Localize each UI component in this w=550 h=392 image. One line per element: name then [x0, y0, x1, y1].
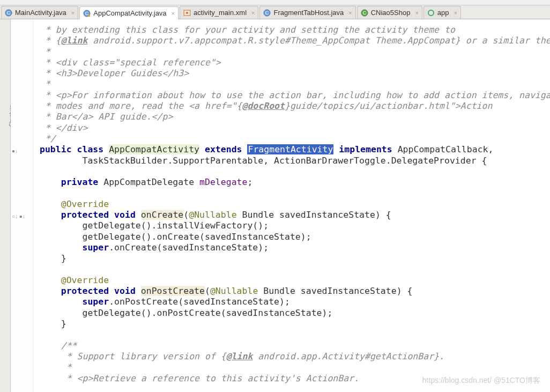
kw-void: void: [114, 210, 136, 220]
method-name: onCreate: [141, 210, 183, 220]
editor-tabs: C MainActivity.java × C AppCompatActivit…: [0, 5, 550, 19]
breadcrumb: [0, 0, 550, 5]
annotation: @Override: [61, 199, 109, 209]
tab-app[interactable]: app ×: [423, 6, 461, 19]
kw-public: public: [40, 144, 72, 154]
comment-line: * <h3>Developer Guides</h3>: [40, 68, 189, 78]
tab-label: FragmentTabHost.java: [273, 9, 344, 17]
field-type: AppCompatDelegate: [103, 177, 194, 187]
java-class-icon: C: [263, 9, 271, 17]
comment-line: * Support library version of {: [40, 351, 226, 361]
tab-label: app: [437, 9, 449, 17]
svg-rect-4: [88, 14, 90, 17]
comment-line: * {: [40, 35, 61, 46]
tab-appcompatactivity[interactable]: C AppCompatActivity.java ×: [79, 6, 179, 19]
kw-class: class: [77, 144, 104, 154]
code-editor[interactable]: ●↓ ○↓ ●↓ * by extending this class for y…: [11, 19, 550, 392]
code-line: [40, 297, 82, 307]
annotation: @Nullable: [210, 286, 258, 296]
param-name: savedInstanceState: [301, 286, 397, 296]
java-class-lock-icon: C: [83, 10, 91, 17]
gutter[interactable]: ●↓ ○↓ ●↓: [11, 19, 33, 392]
annotation: @Override: [61, 275, 109, 285]
tab-activity-main-xml[interactable]: activity_main.xml ×: [180, 6, 258, 19]
impl-list2: TaskStackBuilder.SupportParentable, Acti…: [40, 156, 487, 166]
comment-line: *: [40, 79, 50, 89]
close-icon[interactable]: ×: [415, 10, 418, 16]
param-type: Bundle: [242, 210, 274, 220]
brace-close: }: [40, 319, 66, 329]
left-tool-window[interactable]: Structure: [0, 19, 11, 392]
tab-label: MainActivity.java: [15, 9, 66, 17]
comment-line: * <p>For information about how to use th…: [40, 90, 550, 100]
tab-fragmenttabhost[interactable]: C FragmentTabHost.java ×: [259, 6, 355, 19]
tab-label: CNiao5Shop: [371, 9, 411, 17]
comment-line: * by extending this class for your activ…: [40, 25, 455, 35]
svg-text:C: C: [265, 10, 269, 16]
kw-private: private: [61, 177, 99, 187]
override-marker-icon[interactable]: ○↓ ●↓: [12, 213, 25, 219]
code-line: [40, 242, 82, 253]
comment-line: * <div class="special reference">: [40, 57, 221, 68]
svg-text:C: C: [362, 10, 366, 16]
code-area[interactable]: * by extending this class for your activ…: [33, 19, 550, 392]
field-name: mDelegate: [199, 177, 247, 187]
code-line: getDelegate().installViewFactory();: [40, 220, 269, 231]
close-icon[interactable]: ×: [348, 10, 352, 16]
comment-line: * Bar</a> API guide.</p>: [40, 112, 173, 122]
tab-cniao5shop[interactable]: C CNiao5Shop ×: [357, 6, 422, 19]
kw-void: void: [114, 286, 136, 296]
close-icon[interactable]: ×: [172, 10, 175, 17]
kw-super: super: [82, 297, 109, 307]
svg-text:C: C: [7, 10, 11, 16]
kw-implements: implements: [339, 144, 392, 154]
java-class-icon: C: [361, 9, 368, 17]
java-class-icon: C: [5, 9, 12, 17]
comment-line: * <p>Retrieve a reference to this activi…: [40, 373, 359, 383]
override-marker-icon[interactable]: ●↓: [12, 148, 18, 154]
code-line: getDelegate().onCreate(savedInstanceStat…: [40, 232, 311, 242]
close-icon[interactable]: ×: [71, 10, 75, 16]
close-icon[interactable]: ×: [454, 10, 457, 16]
comment-line: * </div>: [40, 123, 87, 133]
watermark: https://blog.csdn.net/ @51CTO博客: [422, 376, 540, 386]
comment-line: * modes and more, read the <a href="{: [40, 101, 242, 111]
class-name: AppCompatActivity: [109, 144, 199, 154]
kw-super: super: [82, 242, 109, 253]
param-type: Bundle: [263, 286, 295, 296]
doc-link: @link: [226, 351, 253, 361]
xml-icon: [183, 9, 191, 17]
kw-extends: extends: [205, 144, 242, 154]
impl-list: AppCompatCallback,: [398, 144, 494, 154]
brace-close: }: [40, 253, 66, 263]
close-icon[interactable]: ×: [251, 10, 255, 16]
gradle-icon: [427, 9, 435, 17]
tab-label: AppCompatActivity.java: [93, 9, 166, 17]
param-name: savedInstanceState: [279, 210, 375, 220]
kw-protected: protected: [61, 286, 109, 296]
selected-text: FragmentActivity: [247, 144, 333, 154]
method-name: onPostCreate: [141, 286, 205, 296]
comment-end: */: [40, 134, 56, 144]
code-line: getDelegate().onPostCreate(savedInstance…: [40, 308, 332, 318]
tab-mainactivity[interactable]: C MainActivity.java ×: [1, 6, 78, 19]
annotation: @Nullable: [189, 210, 236, 220]
kw-protected: protected: [61, 210, 109, 220]
comment-line: *: [40, 47, 50, 57]
svg-point-11: [428, 10, 434, 16]
comment-line: /**: [40, 341, 77, 351]
tab-label: activity_main.xml: [194, 9, 247, 17]
comment-line: *: [40, 362, 72, 372]
doc-link: @link: [61, 35, 88, 46]
svg-point-6: [186, 12, 188, 14]
doc-link: @docRoot: [242, 101, 285, 111]
